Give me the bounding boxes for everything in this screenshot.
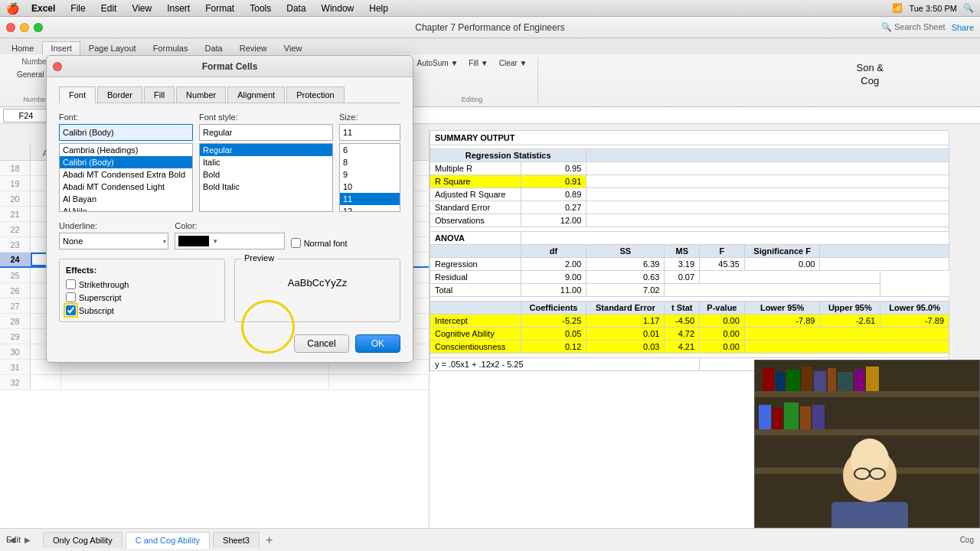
dialog-body: Font Border Fill Number Alignment Protec… xyxy=(47,77,413,362)
menu-format[interactable]: Format xyxy=(202,3,237,14)
font-item-abadi-light[interactable]: Abadi MT Condensed Light xyxy=(60,181,192,193)
font-label: Font: xyxy=(59,112,193,122)
menu-window[interactable]: Window xyxy=(318,3,358,14)
search-icon[interactable]: 🔍 xyxy=(963,3,974,13)
menu-excel[interactable]: Excel xyxy=(28,3,58,14)
font-style-label: Font style: xyxy=(199,112,333,122)
strikethrough-checkbox[interactable] xyxy=(66,279,76,289)
font-style-group: Font style: Regular Italic Bold Bold Ita… xyxy=(199,112,333,212)
menubar-right: 📶 Tue 3:50 PM 🔍 xyxy=(892,3,974,13)
normal-font-checkbox[interactable] xyxy=(291,238,301,248)
superscript-text: Superscript xyxy=(79,293,122,302)
effects-checkboxes: Strikethrough Superscript Subscript xyxy=(66,279,218,315)
menu-tools[interactable]: Tools xyxy=(247,3,274,14)
size-item-12[interactable]: 12 xyxy=(340,205,400,212)
style-item-bold-italic[interactable]: Bold Italic xyxy=(200,181,332,193)
dialog-title: Format Cells xyxy=(202,61,258,72)
dialog-tabs: Font Border Fill Number Alignment Protec… xyxy=(59,86,400,103)
strikethrough-label: Strikethrough xyxy=(66,279,218,289)
subscript-text: Subscript xyxy=(79,306,114,315)
subscript-checkbox[interactable] xyxy=(66,305,76,315)
style-item-regular[interactable]: Regular xyxy=(200,144,332,156)
style-item-italic[interactable]: Italic xyxy=(200,156,332,168)
mac-menubar: 🍎 Excel File Edit View Insert Format Too… xyxy=(0,0,980,17)
clock: Tue 3:50 PM xyxy=(909,4,957,13)
font-item-abadi-extra-bold[interactable]: Abadi MT Condensed Extra Bold xyxy=(60,168,192,181)
font-name-group: Font: Cambria (Headings) Calibri (Body) … xyxy=(59,112,193,212)
effects-group: Effects: Strikethrough Superscript Su xyxy=(59,259,225,322)
effects-title: Effects: xyxy=(66,266,218,275)
normal-font-group: Normal font xyxy=(291,238,400,249)
dialog-tab-alignment[interactable]: Alignment xyxy=(227,86,285,103)
superscript-label: Superscript xyxy=(66,292,218,302)
color-picker-button[interactable]: ▼ xyxy=(175,233,284,249)
dialog-tab-font[interactable]: Font xyxy=(59,86,96,103)
dialog-close-btn[interactable] xyxy=(53,62,62,71)
style-list[interactable]: Regular Italic Bold Bold Italic xyxy=(199,143,333,212)
underline-select-wrapper: None Single Double xyxy=(59,233,168,249)
dialog-tab-border[interactable]: Border xyxy=(97,86,142,103)
menu-file[interactable]: File xyxy=(67,3,88,14)
dialog-overlay: Format Cells Font Border Fill Number Ali… xyxy=(0,17,980,551)
effects-preview-row: Effects: Strikethrough Superscript Su xyxy=(59,259,400,322)
font-name-input[interactable] xyxy=(59,124,193,141)
normal-font-checkbox-label: Normal font xyxy=(291,238,400,248)
preview-text: AaBbCcYyZz xyxy=(241,266,394,300)
dialog-titlebar: Format Cells xyxy=(47,56,413,77)
font-list[interactable]: Cambria (Headings) Calibri (Body) Abadi … xyxy=(59,143,193,212)
menu-help[interactable]: Help xyxy=(366,3,391,14)
color-label: Color: xyxy=(175,221,284,230)
menu-view[interactable]: View xyxy=(129,3,155,14)
apple-icon[interactable]: 🍎 xyxy=(6,2,19,15)
font-style-input[interactable] xyxy=(199,124,333,141)
superscript-checkbox[interactable] xyxy=(66,292,76,302)
size-item-9[interactable]: 9 xyxy=(340,168,400,181)
menu-edit[interactable]: Edit xyxy=(98,3,120,14)
font-item-calibri[interactable]: Calibri (Body) xyxy=(60,156,192,168)
normal-font-text: Normal font xyxy=(304,239,348,248)
size-item-6[interactable]: 6 xyxy=(340,144,400,156)
font-item-al-nile[interactable]: Al Nile xyxy=(60,205,192,212)
color-group: Color: ▼ xyxy=(175,221,284,249)
wifi-icon: 📶 xyxy=(892,3,903,13)
cancel-button[interactable]: Cancel xyxy=(294,334,348,353)
size-item-8[interactable]: 8 xyxy=(340,156,400,168)
dialog-window-controls xyxy=(53,62,62,71)
font-size-input[interactable] xyxy=(339,124,400,141)
color-dropdown-arrow: ▼ xyxy=(212,238,218,245)
underline-color-row: Underline: None Single Double Color: ▼ xyxy=(59,221,400,249)
dialog-tab-number[interactable]: Number xyxy=(176,86,226,103)
preview-label: Preview xyxy=(241,253,277,262)
font-item-cambria[interactable]: Cambria (Headings) xyxy=(60,144,192,156)
dialog-tab-fill[interactable]: Fill xyxy=(144,86,175,103)
strikethrough-text: Strikethrough xyxy=(79,280,129,289)
dialog-tab-protection[interactable]: Protection xyxy=(286,86,345,103)
underline-label: Underline: xyxy=(59,221,168,230)
style-item-bold[interactable]: Bold xyxy=(200,168,332,181)
dialog-buttons: Cancel OK xyxy=(59,331,400,353)
size-list[interactable]: 6 8 9 10 11 12 xyxy=(339,143,400,212)
font-section: Font: Cambria (Headings) Calibri (Body) … xyxy=(59,112,400,212)
underline-select[interactable]: None Single Double xyxy=(59,233,168,249)
preview-group: Preview AaBbCcYyZz xyxy=(234,259,400,322)
underline-group: Underline: None Single Double xyxy=(59,221,168,249)
size-item-10[interactable]: 10 xyxy=(340,181,400,193)
font-size-label: Size: xyxy=(339,112,400,122)
subscript-label: Subscript xyxy=(66,305,218,315)
color-swatch xyxy=(178,236,209,246)
menu-insert[interactable]: Insert xyxy=(164,3,193,14)
menu-data[interactable]: Data xyxy=(283,3,309,14)
format-cells-dialog: Format Cells Font Border Fill Number Ali… xyxy=(46,55,413,363)
size-item-11[interactable]: 11 xyxy=(340,193,400,205)
font-size-group: Size: 6 8 9 10 11 12 xyxy=(339,112,400,212)
ok-button[interactable]: OK xyxy=(355,334,400,353)
font-item-al-bayan[interactable]: Al Bayan xyxy=(60,193,192,205)
